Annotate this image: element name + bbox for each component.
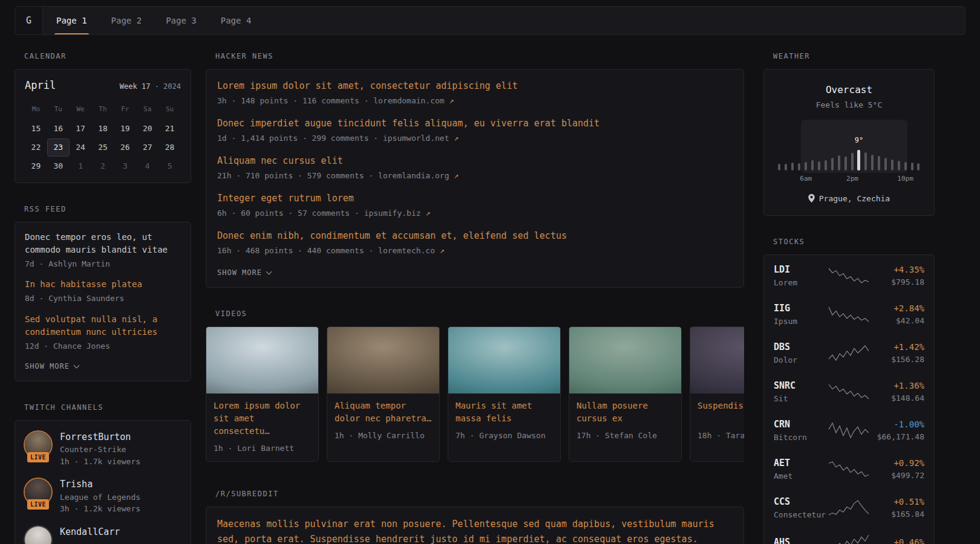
stock-sparkline	[828, 306, 869, 323]
hn-item-title[interactable]: Aliquam nec cursus elit	[217, 154, 733, 168]
hn-item-title[interactable]: Donec enim nibh, condimentum et accumsan…	[217, 229, 733, 243]
rss-widget: RSS FEED Donec tempor eros leo, ut commo…	[15, 204, 191, 381]
twitch-widget: TWITCH CHANNELS LIVEForrestBurtonCounter…	[15, 402, 191, 544]
stock-row[interactable]: CCSConsectetur+0.51%$165.84	[774, 488, 924, 527]
weather-bar-fill	[798, 163, 800, 170]
stock-id: IIGIpsum	[774, 302, 828, 327]
weather-bar	[889, 160, 895, 170]
weather-bar	[836, 155, 843, 170]
twitch-channel[interactable]: LIVETrishaLeague of Legends3h · 1.2k vie…	[25, 478, 181, 515]
hn-item-title[interactable]: Donec imperdiet augue tincidunt felis al…	[217, 117, 733, 131]
hn-item-title[interactable]: Integer eget rutrum lorem	[217, 192, 733, 206]
twitch-card: LIVEForrestBurtonCounter-Strike1h · 1.7k…	[15, 420, 191, 544]
calendar-day: 3	[114, 157, 136, 175]
video-card-body: Aliquam tempor dolor nec pharetra…1h · M…	[327, 393, 439, 449]
stock-price: $795.18	[869, 276, 925, 288]
video-thumbnail	[569, 327, 681, 393]
calendar-day-header: Tu	[47, 101, 70, 119]
weather-bar-fill	[838, 155, 840, 170]
calendar-week-meta: Week 17 · 2024	[120, 81, 181, 92]
stock-row[interactable]: IIGIpsum+2.84%$42.04	[774, 295, 924, 334]
stocks-widget: STOCKS LDILorem+4.35%$795.18IIGIpsum+2.8…	[763, 236, 935, 544]
weather-location: Prague, Czechia	[774, 193, 924, 205]
weather-bar	[803, 162, 809, 170]
weather-time-label: 6am	[800, 174, 812, 184]
video-card[interactable]: Aliquam tempor dolor nec pharetra…1h · M…	[327, 326, 440, 462]
stock-id: CRNBitcorn	[774, 418, 828, 443]
nav-tab[interactable]: Page 4	[209, 7, 264, 34]
calendar-day: 25	[92, 138, 114, 157]
calendar-day: 20	[136, 120, 158, 138]
weather-bar-fill	[904, 162, 907, 170]
calendar-day: 22	[25, 138, 47, 157]
calendar-day: 17	[70, 120, 92, 138]
weather-bar-fill	[884, 158, 887, 170]
stock-row[interactable]: AETAmet+0.92%$499.72	[774, 450, 924, 488]
calendar-day-header: Mo	[25, 101, 47, 119]
weather-bar	[915, 163, 922, 170]
twitch-channel-info: TrishaLeague of Legends3h · 1.2k viewers	[60, 478, 140, 515]
stocks-card: LDILorem+4.35%$795.18IIGIpsum+2.84%$42.0…	[763, 254, 935, 544]
video-card[interactable]: Lorem ipsum dolor sit amet consectetu…1h…	[206, 326, 319, 462]
stock-sparkline	[828, 461, 869, 478]
stock-row[interactable]: DBSDolor+1.42%$156.28	[774, 334, 924, 372]
calendar-day: 5	[158, 157, 181, 175]
stock-values: +1.42%$156.28	[869, 341, 925, 366]
weather-bar	[902, 162, 909, 170]
hn-item-meta: 6h · 60 points · 57 comments · ipsumify.…	[217, 207, 733, 219]
video-card[interactable]: Suspendisse diam18h · Tara	[690, 326, 744, 462]
subreddit-post-title[interactable]: Maecenas mollis pulvinar erat non posuer…	[217, 517, 733, 544]
twitch-channel[interactable]: LIVEForrestBurtonCounter-Strike1h · 1.7k…	[25, 430, 181, 468]
stock-id: CCSConsectetur	[774, 495, 828, 520]
weather-axis: 6am2pm10pm	[776, 174, 922, 184]
video-card[interactable]: Mauris sit amet massa felis7h · Grayson …	[448, 326, 561, 462]
hn-show-more-button[interactable]: SHOW MORE	[217, 267, 271, 278]
stock-row[interactable]: LDILorem+4.35%$795.18	[774, 256, 924, 295]
location-pin-icon	[808, 194, 815, 202]
rss-item-title[interactable]: Donec tempor eros leo, ut commodo mauris…	[25, 231, 181, 257]
chevron-down-icon	[74, 362, 80, 368]
stock-name: Dolor	[774, 354, 828, 366]
stock-change: -1.00%	[869, 418, 925, 431]
nav-tab[interactable]: Page 1	[44, 7, 99, 34]
video-card[interactable]: Nullam posuere cursus ex17h · Stefan Col…	[569, 326, 682, 462]
rss-card: Donec tempor eros leo, ut commodo mauris…	[15, 222, 191, 381]
stock-row[interactable]: CRNBitcorn-1.00%$66,171.48	[774, 411, 924, 450]
twitch-channel[interactable]: KendallCarr	[25, 525, 181, 544]
weather-bar-fill	[785, 164, 787, 170]
calendar-day: 4	[136, 157, 158, 175]
calendar-week-label: Week 17	[120, 82, 151, 91]
calendar-day-header: Fr	[114, 101, 136, 119]
app-logo[interactable]: G	[15, 7, 43, 34]
stock-price: $165.84	[869, 508, 925, 520]
twitch-avatar	[25, 526, 51, 544]
video-title: Mauris sit amet massa felis	[456, 400, 553, 425]
subreddit-card: Maecenas mollis pulvinar erat non posuer…	[206, 507, 744, 544]
nav-tab[interactable]: Page 2	[99, 7, 154, 34]
stock-row[interactable]: SNRCSit+1.36%$148.64	[774, 372, 924, 411]
rss-show-more-button[interactable]: SHOW MORE	[25, 361, 79, 372]
weather-bar	[875, 156, 882, 170]
video-thumbnail	[690, 327, 744, 393]
weather-bar-fill	[805, 162, 807, 170]
weather-bar	[895, 161, 902, 170]
video-card-body: Mauris sit amet massa felis7h · Grayson …	[448, 393, 560, 449]
nav-tab[interactable]: Page 3	[154, 7, 209, 34]
stock-sparkline	[828, 345, 869, 361]
stock-change: +1.36%	[869, 380, 925, 392]
video-card-body: Suspendisse diam18h · Tara	[690, 393, 744, 449]
calendar-card: April Week 17 · 2024 MoTuWeThFrSaSu15161…	[15, 69, 191, 183]
weather-bar	[869, 155, 875, 170]
rss-item-title[interactable]: In hac habitasse platea	[25, 278, 181, 291]
weather-bar-fill	[917, 163, 920, 170]
hn-item-title[interactable]: Lorem ipsum dolor sit amet, consectetur …	[217, 79, 733, 93]
video-title: Lorem ipsum dolor sit amet consectetu…	[214, 400, 311, 438]
weather-bar-fill	[811, 160, 814, 170]
separator-dot: ·	[155, 82, 159, 91]
video-title: Suspendisse diam	[697, 400, 744, 425]
stock-row[interactable]: AHS+0.46%	[774, 527, 924, 544]
weather-bar	[809, 160, 816, 170]
rss-item-title[interactable]: Sed volutpat nulla nisl, a condimentum n…	[25, 313, 181, 339]
weather-bar-fill	[825, 160, 827, 170]
stock-ticker: SNRC	[774, 379, 828, 393]
